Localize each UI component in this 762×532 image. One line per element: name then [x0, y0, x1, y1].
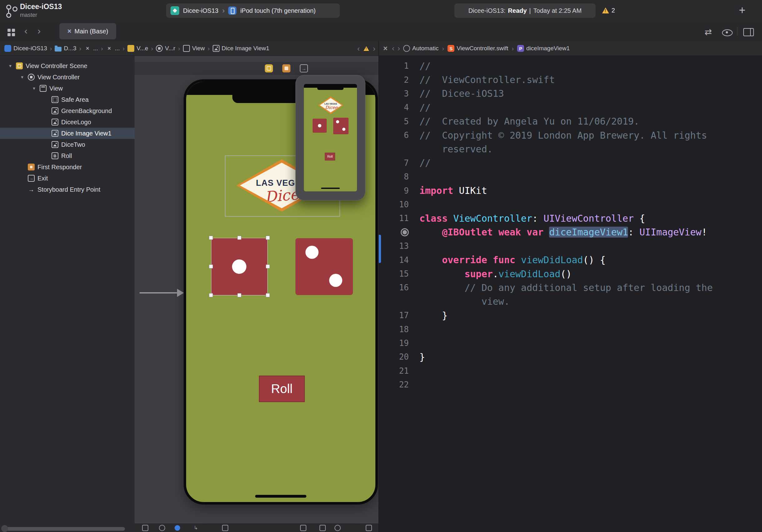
orientation-button[interactable]	[159, 525, 165, 531]
close-editor-button[interactable]: ×	[383, 44, 388, 53]
code-line-12[interactable]: @IBOutlet weak var diceImageView1: UIIma…	[379, 225, 762, 239]
selection-handle[interactable]	[237, 236, 241, 240]
selection-handle[interactable]	[209, 236, 213, 240]
code-line-wrap-17[interactable]: view.	[379, 295, 762, 308]
prev-issue-button[interactable]: ‹	[357, 44, 360, 53]
dice-image-view-1[interactable]	[211, 238, 267, 295]
update-frames-button[interactable]	[335, 525, 341, 531]
breadcrumb-item-v-e[interactable]: V...e	[127, 45, 148, 52]
disclosure-triangle-icon[interactable]: ▾	[19, 74, 25, 80]
adjust-editor-icon[interactable]	[722, 29, 733, 36]
outline-row-greenbackground[interactable]: GreenBackground	[0, 105, 135, 116]
code-line-19[interactable]: 19	[379, 336, 762, 350]
code-line-wrap-6[interactable]: reserved.	[379, 142, 762, 156]
code-line-16[interactable]: 16 // Do any additional setup after load…	[379, 281, 762, 294]
code-line-4[interactable]: 4//	[379, 101, 762, 114]
code-line-17[interactable]: 17 }	[379, 308, 762, 322]
first-responder-dock-icon[interactable]	[282, 64, 290, 72]
back-button[interactable]: ‹	[24, 26, 28, 36]
code-area[interactable]: 1//2// ViewController.swift3// Dicee-iOS…	[379, 56, 762, 532]
editor-forward-button[interactable]: ›	[398, 44, 400, 53]
outline-row-roll[interactable]: BRoll	[0, 150, 135, 161]
run-destination[interactable]: iPod touch (7th generation)	[240, 7, 315, 14]
outline-row-storyboard-entry-point[interactable]: →Storyboard Entry Point	[0, 184, 135, 195]
outline-row-exit[interactable]: →Exit	[0, 173, 135, 184]
code-line-21[interactable]: 21	[379, 364, 762, 378]
related-items-grid-icon[interactable]	[8, 29, 11, 32]
exit-dock-icon[interactable]: →	[300, 64, 308, 72]
code-line-6[interactable]: 6// Copyright © 2019 London App Brewery.…	[379, 128, 762, 142]
jumpbar-item-diceimageview1[interactable]: PdiceImageView1	[517, 45, 570, 52]
change-bar	[379, 235, 381, 263]
adapt-button[interactable]: ↳	[193, 525, 199, 531]
zoom-button[interactable]	[366, 525, 372, 531]
view-controller-dock-icon[interactable]	[265, 64, 273, 72]
disclosure-triangle-icon[interactable]: ▾	[31, 86, 37, 91]
code-line-11[interactable]: 11class ViewController: UIViewController…	[379, 211, 762, 225]
next-issue-button[interactable]: ›	[373, 44, 375, 53]
code-line-22[interactable]: 22	[379, 378, 762, 392]
outline-row-view-controller-scene[interactable]: ▾View Controller Scene	[0, 60, 135, 71]
code-line-15[interactable]: 15 super.viewDidLoad()	[379, 267, 762, 281]
outline-row-view-controller[interactable]: ▾View Controller	[0, 71, 135, 83]
code-line-3[interactable]: 3// Dicee-iOS13	[379, 87, 762, 101]
device-preview-popup[interactable]: LAS VEGAS Dicee Roll	[295, 75, 365, 200]
breadcrumb-item-dicee-ios13[interactable]: Dicee-iOS13	[4, 45, 47, 52]
storyboard-entry-arrow[interactable]	[140, 292, 178, 293]
warning-indicator[interactable]: 2	[602, 7, 615, 14]
code-line-5[interactable]: 5// Created by Angela Yu on 11/06/2019.	[379, 114, 762, 128]
outlet-connection-icon[interactable]	[401, 228, 409, 236]
breadcrumb-item-[interactable]: ×...	[84, 45, 98, 52]
view-as-button[interactable]	[175, 525, 180, 531]
breadcrumb-item-view[interactable]: View	[183, 45, 205, 52]
code-line-1[interactable]: 1//	[379, 59, 762, 73]
outline-row-safe-area[interactable]: Safe Area	[0, 94, 135, 105]
selection-handle[interactable]	[266, 265, 270, 268]
selection-handle[interactable]	[209, 293, 213, 297]
code-line-13[interactable]: 13	[379, 239, 762, 253]
code-line-18[interactable]: 18	[379, 322, 762, 336]
dice-image-view-2[interactable]	[295, 238, 353, 295]
storyboard-canvas[interactable]: → LAS VEGAS Dicee Roll	[135, 56, 378, 532]
scheme-selector[interactable]: Dicee-iOS13 › iPod touch (7th generation…	[166, 3, 340, 18]
outline-row-first-responder[interactable]: First Responder	[0, 161, 135, 173]
editor-back-button[interactable]: ‹	[392, 44, 394, 53]
breadcrumb-item-[interactable]: ×...	[106, 45, 120, 52]
breadcrumb-item-d-3[interactable]: D...3	[55, 45, 76, 52]
selection-handle[interactable]	[209, 265, 213, 268]
scheme-name[interactable]: Dicee-iOS13	[183, 7, 218, 14]
outline-row-dicetwo[interactable]: DiceTwo	[0, 139, 135, 150]
outline-row-diceelogo[interactable]: DiceeLogo	[0, 116, 135, 128]
code-line-14[interactable]: 14 override func viewDidLoad() {	[379, 253, 762, 266]
jumpbar-item-automatic[interactable]: Automatic	[403, 45, 438, 52]
outline-filter-button[interactable]	[1, 525, 8, 532]
device-bezels-button[interactable]	[142, 525, 148, 531]
selection-handle[interactable]	[266, 293, 270, 297]
disclosure-triangle-icon[interactable]: ▾	[8, 63, 13, 69]
selection-handle[interactable]	[237, 293, 241, 297]
roll-button[interactable]: Roll	[259, 376, 305, 402]
embed-button[interactable]	[300, 525, 306, 531]
outline-scrollbar[interactable]	[3, 527, 125, 531]
selection-handle[interactable]	[266, 236, 270, 240]
code-line-8[interactable]: 8	[379, 170, 762, 184]
resolve-autolayout-button[interactable]	[320, 525, 326, 531]
editor-layout-icon[interactable]	[743, 28, 754, 36]
forward-button[interactable]: ›	[38, 26, 40, 36]
code-review-icon[interactable]: ⇄	[705, 27, 712, 37]
preview-logo-inner: LAS VEGAS Dicee	[320, 98, 342, 113]
code-line-9[interactable]: 9import UIKit	[379, 184, 762, 197]
code-line-2[interactable]: 2// ViewController.swift	[379, 73, 762, 87]
code-line-10[interactable]: 10	[379, 197, 762, 211]
breadcrumb-item-v-r[interactable]: V...r	[156, 45, 175, 52]
library-add-button[interactable]: +	[739, 4, 745, 17]
constraints-align-button[interactable]	[222, 525, 228, 531]
outline-row-dice-image-view1[interactable]: Dice Image View1	[0, 128, 135, 139]
breadcrumb-item-dice-image-view1[interactable]: Dice Image View1	[213, 45, 269, 52]
code-line-20[interactable]: 20}	[379, 350, 762, 364]
jumpbar-item-viewcontroller-swift[interactable]: SViewController.swift	[447, 45, 508, 52]
code-line-7[interactable]: 7//	[379, 156, 762, 170]
activity-viewer[interactable]: Dicee-iOS13: Ready | Today at 2:25 AM	[454, 3, 595, 18]
outline-row-view[interactable]: ▾View	[0, 83, 135, 94]
tab-main-storyboard[interactable]: × Main (Base)	[59, 23, 116, 39]
